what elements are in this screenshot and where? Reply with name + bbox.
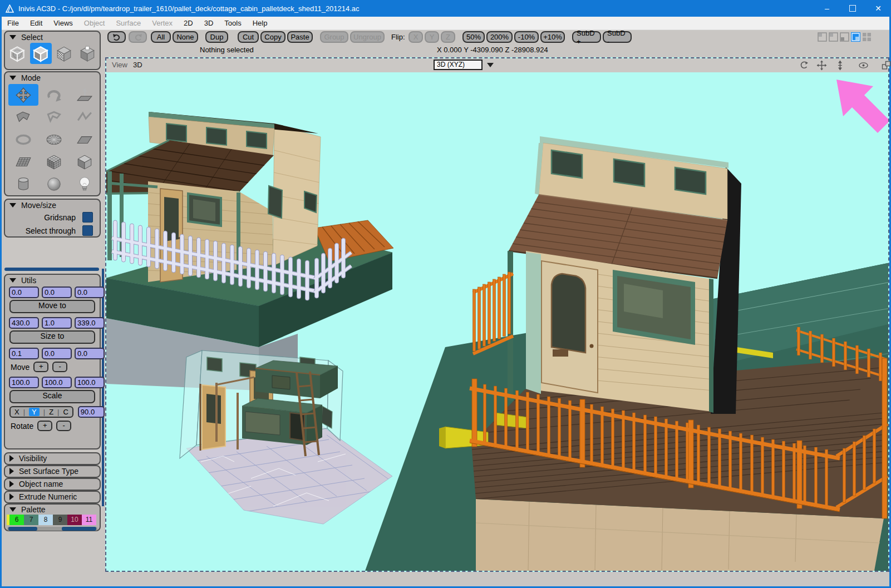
menu-file[interactable]: File — [2, 19, 24, 27]
subd-minus-button[interactable]: SubD - — [603, 31, 632, 43]
palette-swatch-9[interactable]: 9 — [53, 515, 67, 525]
undo-button[interactable] — [107, 31, 126, 43]
extrude-numeric-panel[interactable]: Extrude Numeric — [4, 491, 101, 503]
eye-icon[interactable] — [858, 60, 869, 71]
mode-sphere[interactable] — [39, 173, 69, 195]
maximize-button[interactable] — [840, 0, 865, 17]
mode-polyline[interactable] — [39, 106, 69, 128]
menu-edit[interactable]: Edit — [24, 19, 48, 27]
palette-scroll-thumb[interactable] — [62, 527, 96, 531]
mode-light[interactable] — [70, 173, 100, 195]
scale-y-field[interactable] — [42, 377, 72, 388]
set-surface-type-panel[interactable]: Set Surface Type — [4, 465, 101, 478]
visibility-panel[interactable]: Visibility — [4, 452, 101, 465]
move-y-field[interactable] — [42, 348, 72, 359]
rotate-axis-z[interactable]: Z — [49, 408, 53, 416]
zoom-minus-button[interactable]: -10% — [514, 31, 539, 43]
mode-extrude[interactable] — [70, 84, 100, 106]
mode-polygon[interactable] — [8, 106, 38, 128]
orbit-icon[interactable] — [799, 60, 809, 71]
viewport-3d-menu[interactable]: 3D — [133, 61, 142, 69]
select-none-button[interactable]: None — [173, 31, 198, 43]
dup-button[interactable]: Dup — [205, 31, 228, 43]
mode-move[interactable] — [8, 84, 38, 106]
select-panel-header[interactable]: Select — [5, 32, 100, 42]
palette-swatch-6[interactable]: 6 — [9, 515, 24, 525]
cut-button[interactable]: Cut — [238, 31, 259, 43]
select-surface-mode[interactable] — [53, 43, 75, 64]
view-mode-dropdown[interactable]: 3D (XYZ) — [434, 60, 483, 70]
minimize-button[interactable]: – — [814, 0, 840, 17]
rotate-minus-button[interactable]: - — [56, 421, 71, 431]
size-to-y-field[interactable] — [42, 317, 72, 329]
palette-swatch-10[interactable]: 10 — [67, 515, 82, 525]
menu-tools[interactable]: Tools — [219, 19, 247, 27]
sidebar-splitter[interactable] — [4, 268, 99, 271]
move-to-y-field[interactable] — [42, 286, 72, 298]
move-to-button[interactable]: Move to — [9, 300, 95, 313]
mode-mesh[interactable] — [8, 151, 38, 172]
mode-rotate[interactable] — [39, 84, 69, 106]
layout-single-icon[interactable] — [818, 32, 827, 42]
layout-two-icon[interactable] — [829, 32, 838, 42]
mode-panel-header[interactable]: Mode — [5, 72, 100, 83]
palette-swatch-7[interactable]: 7 — [24, 515, 38, 525]
layout-three-icon[interactable] — [840, 32, 849, 42]
rotate-axis-y[interactable]: Y — [29, 408, 40, 416]
pan-icon[interactable] — [816, 60, 827, 71]
zoom-200-button[interactable]: 200% — [486, 31, 513, 43]
subd-plus-button[interactable]: SubD + — [572, 31, 601, 43]
menu-3d[interactable]: 3D — [199, 19, 219, 27]
menu-2d[interactable]: 2D — [178, 19, 199, 27]
select-group-mode[interactable] — [7, 43, 28, 64]
menu-help[interactable]: Help — [247, 19, 273, 27]
mode-line[interactable] — [70, 106, 100, 128]
popout-icon[interactable] — [881, 60, 891, 71]
select-vertex-mode[interactable] — [76, 43, 98, 64]
gridsnap-checkbox[interactable] — [82, 212, 93, 223]
scene-canvas[interactable] — [106, 72, 888, 571]
object-name-panel[interactable]: Object name — [4, 478, 101, 491]
viewport-3d[interactable]: View 3D 3D (XYZ) — [105, 57, 889, 572]
rotate-axis-c[interactable]: C — [63, 408, 68, 416]
mode-ellipse[interactable] — [8, 129, 38, 150]
mode-subdiv-cube[interactable] — [39, 151, 69, 172]
dropdown-arrow-icon[interactable] — [487, 63, 494, 67]
rotate-plus-button[interactable]: + — [37, 421, 52, 431]
zoom-drag-icon[interactable] — [835, 60, 845, 71]
rotate-angle-field[interactable] — [78, 406, 105, 418]
rotate-axis-selector[interactable]: X | Y | Z | C — [9, 406, 73, 418]
size-to-button[interactable]: Size to — [9, 330, 95, 344]
menu-views[interactable]: Views — [48, 19, 78, 27]
select-object-mode[interactable] — [30, 43, 52, 64]
palette-swatch-8[interactable]: 8 — [38, 515, 53, 525]
move-to-x-field[interactable] — [9, 286, 39, 298]
scale-button[interactable]: Scale — [9, 390, 95, 403]
scale-z-field[interactable] — [75, 377, 105, 388]
palette-swatch-11[interactable]: 11 — [82, 515, 96, 525]
titlebar[interactable]: Inivis AC3D - C:/jon/dl/pm/teardrop_trai… — [0, 0, 891, 17]
move-size-panel-header[interactable]: Move/size — [5, 200, 100, 210]
mode-rect[interactable] — [70, 129, 100, 150]
move-z-field[interactable] — [75, 348, 105, 359]
zoom-50-button[interactable]: 50% — [462, 31, 485, 43]
rotate-axis-x[interactable]: X — [14, 408, 19, 416]
move-plus-button[interactable]: + — [33, 362, 48, 372]
move-x-field[interactable] — [9, 348, 39, 359]
palette-scrollbar[interactable] — [7, 527, 97, 531]
close-button[interactable]: ✕ — [865, 0, 891, 17]
mode-cube[interactable] — [70, 151, 100, 172]
scale-x-field[interactable] — [9, 377, 39, 388]
move-minus-button[interactable]: - — [52, 362, 67, 372]
paste-button[interactable]: Paste — [287, 31, 313, 43]
move-to-z-field[interactable] — [75, 286, 105, 298]
size-to-x-field[interactable] — [9, 317, 39, 329]
select-all-button[interactable]: All — [151, 31, 171, 43]
mode-cylinder[interactable] — [8, 173, 38, 195]
mode-disk[interactable] — [39, 129, 69, 150]
zoom-plus-button[interactable]: +10% — [540, 31, 565, 43]
palette-scroll-thumb[interactable] — [8, 527, 37, 531]
copy-button[interactable]: Copy — [260, 31, 285, 43]
utils-panel-header[interactable]: Utils — [5, 275, 100, 285]
viewport-view-menu[interactable]: View — [112, 61, 127, 69]
